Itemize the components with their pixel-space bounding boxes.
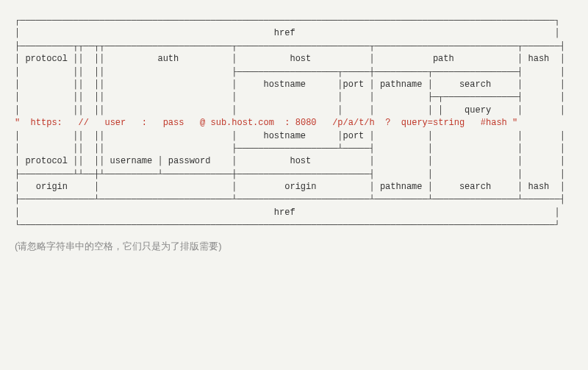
divider: │ ││ ││ ├───────────────────┬─────┼─────…	[15, 67, 565, 77]
border-top: ┌───────────────────────────────────────…	[15, 15, 560, 26]
url-example-row: " https: // user : pass @ sub.host.com :…	[15, 118, 517, 128]
url-pass: pass	[163, 118, 184, 128]
url-protocol: https:	[31, 118, 62, 128]
origin-row: │ origin │ │ origin │ pathname │ search …	[15, 182, 565, 192]
url-structure-diagram: ┌───────────────────────────────────────…	[15, 15, 573, 232]
divider: │ ││ ││ ├───────────────────┴─────┤ │ │ …	[15, 143, 565, 154]
divider: ├──────────┴┴──┼┴──────────┴────────────…	[15, 169, 565, 179]
bottom-labels-row: │ protocol ││ ││ username │ password │ h…	[15, 156, 565, 166]
url-port: 8080	[295, 118, 317, 128]
label-href: href	[274, 207, 295, 218]
label-href: href	[274, 28, 295, 38]
divider: ├──────────┬┬──┬┬───────────────────────…	[15, 41, 565, 51]
href-row-bottom: │ href │	[15, 207, 560, 218]
hostname-port-row: │ ││ ││ │ hostname │port │ │ │ │	[15, 131, 565, 141]
top-labels-row: │ protocol ││ ││ auth │ host │ path │ ha…	[15, 54, 565, 64]
url-hash: #hash	[481, 118, 507, 128]
url-user: user	[104, 118, 126, 128]
divider: │ ││ ││ │ │ │ ├─┬──────────────┤ │	[15, 92, 565, 102]
border-bottom: └───────────────────────────────────────…	[15, 220, 560, 230]
href-row-top: │ href │	[15, 28, 560, 38]
url-pathname: /p/a/t/h	[332, 118, 375, 128]
sub-labels-row: │ ││ ││ │ hostname │port │ pathname │ se…	[15, 79, 565, 90]
url-query: query=string	[401, 118, 465, 128]
query-label-row: │ ││ ││ │ │ │ │ │ query │ │	[15, 105, 565, 115]
footnote: (请忽略字符串中的空格，它们只是为了排版需要)	[15, 240, 573, 254]
divider: ├──────────────┴────────────────────────…	[15, 194, 565, 204]
url-hostname: sub.host.com	[211, 118, 274, 128]
